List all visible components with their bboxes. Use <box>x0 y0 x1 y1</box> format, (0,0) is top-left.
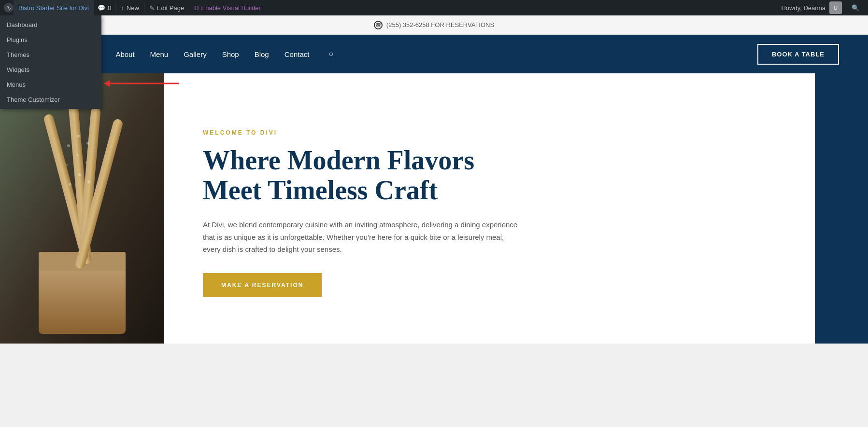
svg-point-12 <box>69 183 71 186</box>
dropdown-item-dashboard[interactable]: Dashboard <box>0 17 101 32</box>
svg-point-15 <box>78 173 81 176</box>
site-wrapper: ☎ (255) 352-6258 FOR RESERVATIONS D Land… <box>0 15 868 344</box>
reservation-button[interactable]: MAKE A RESERVATION <box>203 273 322 297</box>
svg-point-11 <box>66 164 68 166</box>
svg-point-18 <box>87 180 90 183</box>
pencil-icon: ✎ <box>149 4 155 12</box>
admin-bar-edit-page[interactable]: ✎ Edit Page <box>144 0 189 15</box>
admin-bar-search[interactable]: 🔍 <box>847 0 864 15</box>
welcome-label: WELCOME TO DIVI <box>203 129 776 136</box>
user-avatar: D <box>829 1 842 14</box>
search-icon: 🔍 <box>852 4 859 12</box>
comment-bubble-icon: 💬 <box>98 4 105 12</box>
hero-description: At Divi, we blend contemporary cuisine w… <box>203 219 522 256</box>
book-table-button[interactable]: BOOK A TABLE <box>757 44 839 65</box>
hero-headline: Where Modern Flavors Meet Timeless Craft <box>203 146 502 205</box>
wp-logo[interactable]: ∿ <box>4 3 14 13</box>
phone-number: (255) 352-6258 FOR RESERVATIONS <box>386 21 494 28</box>
dropdown-item-themes[interactable]: Themes <box>0 47 101 62</box>
side-dark-panel <box>815 73 868 344</box>
hero-image-bg <box>0 73 164 344</box>
admin-bar-visual-builder[interactable]: D Enable Visual Builder <box>189 0 266 15</box>
top-bar: ☎ (255) 352-6258 FOR RESERVATIONS <box>0 15 868 35</box>
phone-icon: ☎ <box>374 21 383 29</box>
hero-image-svg <box>0 73 164 344</box>
svg-point-10 <box>67 144 70 147</box>
svg-point-16 <box>86 142 89 145</box>
hero-image <box>0 73 164 344</box>
site-nav: D Landing About Menu Gallery Shop Blog C… <box>0 35 868 73</box>
howdy-section[interactable]: Howdy, Deanna D <box>776 1 847 14</box>
dropdown-item-theme-customizer[interactable]: Theme Customizer <box>0 92 101 107</box>
nav-search-icon[interactable]: ○ <box>328 50 333 58</box>
divi-logo-icon: D <box>194 4 199 12</box>
nav-link-gallery[interactable]: Gallery <box>184 50 207 58</box>
nav-link-blog[interactable]: Blog <box>255 50 269 58</box>
dropdown-item-menus[interactable]: Menus <box>0 77 101 92</box>
nav-links: Landing About Menu Gallery Shop Blog Con… <box>74 50 757 58</box>
svg-point-14 <box>76 154 78 156</box>
hero-wrapper: WELCOME TO DIVI Where Modern Flavors Mee… <box>0 73 868 344</box>
nav-link-about[interactable]: About <box>115 50 134 58</box>
appearance-dropdown: Dashboard Plugins Themes Widgets Menus T… <box>0 15 101 109</box>
dropdown-item-widgets[interactable]: Widgets <box>0 62 101 77</box>
plus-icon: + <box>120 4 124 12</box>
hero-content: WELCOME TO DIVI Where Modern Flavors Mee… <box>164 73 815 344</box>
nav-link-menu[interactable]: Menu <box>150 50 169 58</box>
svg-point-13 <box>77 135 80 138</box>
admin-bar-new[interactable]: + New <box>115 0 144 15</box>
admin-bar-site-name[interactable]: Bistro Starter Site for Divi <box>14 0 94 15</box>
admin-bar-right: Howdy, Deanna D 🔍 <box>776 0 864 15</box>
admin-bar-comments[interactable]: 💬 0 <box>94 0 115 15</box>
dropdown-item-plugins[interactable]: Plugins <box>0 32 101 47</box>
nav-link-shop[interactable]: Shop <box>222 50 239 58</box>
admin-bar: ∿ Bistro Starter Site for Divi 💬 0 + New… <box>0 0 868 15</box>
nav-link-contact[interactable]: Contact <box>285 50 310 58</box>
svg-point-17 <box>85 162 87 164</box>
